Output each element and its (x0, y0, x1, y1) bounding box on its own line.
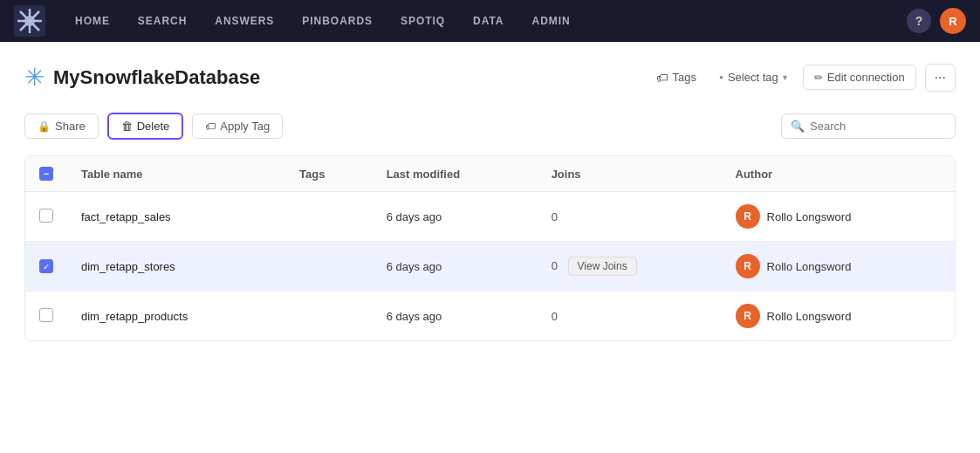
row-select-cell[interactable] (25, 192, 67, 242)
edit-icon: ✏ (814, 72, 823, 84)
select-tag-button[interactable]: ● Select tag ▾ (712, 66, 794, 88)
modified-cell-2: 6 days ago (373, 242, 538, 292)
search-box[interactable]: 🔍 (781, 113, 956, 139)
author-avatar-2: R (736, 254, 760, 278)
table-row: dim_retapp_products 6 days ago 0 R Rollo… (25, 292, 955, 341)
edit-connection-button[interactable]: ✏ Edit connection (803, 65, 916, 90)
row-select-cell[interactable] (25, 242, 67, 292)
nav-admin[interactable]: ADMIN (520, 10, 583, 32)
joins-count-2: 0 (552, 259, 558, 272)
tags-button[interactable]: 🏷 Tags (649, 66, 703, 89)
apply-tag-label: Apply Tag (220, 120, 270, 133)
tags-cell-2 (285, 242, 373, 292)
tag-apply-icon: 🏷 (205, 120, 216, 133)
column-modified: Last modified (373, 156, 538, 192)
delete-button[interactable]: 🗑 Delete (107, 113, 184, 140)
toolbar-left: 🔒 Share 🗑 Delete 🏷 Apply Tag (24, 113, 772, 140)
joins-cell-3: 0 (538, 292, 722, 341)
table-body: fact_retapp_sales 6 days ago 0 R Rollo L… (25, 192, 955, 341)
table-name-cell: dim_retapp_products (67, 292, 285, 341)
modified-cell-3: 6 days ago (373, 292, 538, 341)
table-name-cell: dim_retapp_stores (67, 242, 285, 292)
author-2: R Rollo Longsword (736, 254, 941, 278)
nav-home[interactable]: HOME (63, 10, 122, 32)
tags-cell-1 (285, 192, 373, 242)
table-name-1: fact_retapp_sales (81, 210, 171, 223)
column-tags: Tags (285, 156, 373, 192)
column-author: Author (722, 156, 955, 192)
author-3: R Rollo Longsword (736, 304, 941, 328)
tags-label: Tags (673, 71, 696, 84)
joins-count-1: 0 (552, 210, 558, 223)
database-icon: ✳ (24, 63, 45, 92)
apply-tag-button[interactable]: 🏷 Apply Tag (192, 113, 283, 139)
table-name-cell: fact_retapp_sales (67, 192, 285, 242)
navbar: HOME SEARCH ANSWERS PINBOARDS SPOTIQ DAT… (0, 0, 980, 42)
user-avatar[interactable]: R (940, 8, 966, 34)
author-cell-2: R Rollo Longsword (722, 242, 955, 292)
chevron-down-icon: ▾ (783, 72, 787, 82)
table-header: Table name Tags Last modified Joins Auth… (25, 156, 955, 192)
joins-cell-2: 0 View Joins (538, 242, 722, 292)
table-name-2: dim_retapp_stores (81, 260, 175, 273)
nav-spotiq[interactable]: SPOTIQ (388, 10, 457, 32)
author-cell-1: R Rollo Longsword (722, 192, 955, 242)
author-cell-3: R Rollo Longsword (722, 292, 955, 341)
app-logo[interactable] (14, 5, 45, 37)
row-checkbox-2[interactable] (39, 259, 53, 273)
select-tag-label: Select tag (728, 71, 778, 84)
select-all-checkbox[interactable] (39, 167, 53, 181)
navbar-actions: ? R (907, 8, 966, 34)
tags-cell-3 (285, 292, 373, 341)
author-name-3: Rollo Longsword (767, 310, 852, 323)
author-avatar-1: R (736, 204, 760, 229)
toolbar: 🔒 Share 🗑 Delete 🏷 Apply Tag 🔍 (24, 113, 956, 140)
delete-label: Delete (137, 120, 170, 133)
modified-cell-1: 6 days ago (373, 192, 538, 242)
table-row: fact_retapp_sales 6 days ago 0 R Rollo L… (25, 192, 955, 242)
share-label: Share (55, 120, 86, 133)
nav-data[interactable]: DATA (461, 10, 516, 32)
help-button[interactable]: ? (907, 9, 931, 33)
row-checkbox-1[interactable] (39, 209, 53, 223)
table-name-3: dim_retapp_products (81, 310, 188, 323)
select-all-header[interactable] (25, 156, 67, 192)
nav-pinboards[interactable]: PINBOARDS (290, 10, 385, 32)
main-content: ✳ MySnowflakeDatabase 🏷 Tags ● Select ta… (0, 42, 980, 453)
search-input[interactable] (810, 120, 946, 133)
more-icon: ··· (935, 70, 946, 86)
column-joins: Joins (538, 156, 722, 192)
nav-links: HOME SEARCH ANSWERS PINBOARDS SPOTIQ DAT… (63, 10, 907, 32)
row-checkbox-3[interactable] (39, 308, 53, 322)
page-header: ✳ MySnowflakeDatabase 🏷 Tags ● Select ta… (24, 63, 956, 92)
page-title: MySnowflakeDatabase (53, 66, 649, 89)
author-1: R Rollo Longsword (736, 204, 941, 229)
nav-search[interactable]: SEARCH (126, 10, 199, 32)
tag-icon: 🏷 (656, 71, 668, 85)
share-button[interactable]: 🔒 Share (24, 113, 99, 139)
search-icon: 🔍 (791, 120, 805, 133)
author-name-1: Rollo Longsword (767, 210, 852, 223)
edit-connection-label: Edit connection (827, 71, 905, 84)
table-row: dim_retapp_stores 6 days ago 0 View Join… (25, 242, 955, 292)
view-joins-button[interactable]: View Joins (568, 257, 637, 276)
author-avatar-3: R (736, 304, 760, 328)
row-select-cell[interactable] (25, 292, 67, 341)
joins-count-3: 0 (552, 310, 558, 323)
author-name-2: Rollo Longsword (767, 260, 852, 273)
share-icon: 🔒 (38, 120, 51, 133)
nav-answers[interactable]: ANSWERS (202, 10, 286, 32)
data-table: Table name Tags Last modified Joins Auth… (24, 155, 956, 341)
dot-icon: ● (719, 73, 723, 81)
more-options-button[interactable]: ··· (925, 64, 956, 92)
header-actions: 🏷 Tags ● Select tag ▾ ✏ Edit connection … (649, 64, 956, 92)
joins-cell-1: 0 (538, 192, 722, 242)
column-table-name: Table name (67, 156, 285, 192)
trash-icon: 🗑 (121, 120, 133, 133)
